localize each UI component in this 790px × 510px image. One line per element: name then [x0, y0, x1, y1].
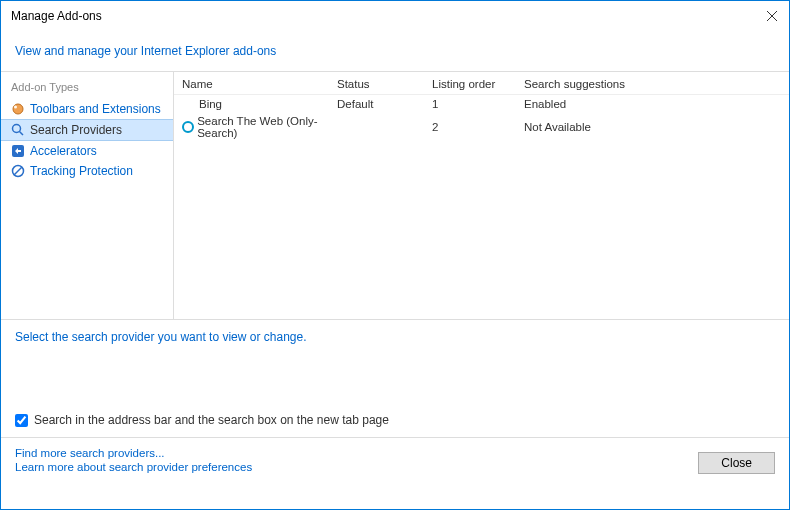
footer: Find more search providers... Learn more… — [1, 437, 789, 482]
blank-icon — [182, 97, 196, 111]
header-area: View and manage your Internet Explorer a… — [1, 31, 789, 71]
column-header-order[interactable]: Listing order — [432, 78, 524, 90]
row-suggestions: Enabled — [524, 98, 781, 110]
instruction-text: Select the search provider you want to v… — [1, 320, 789, 354]
svg-line-8 — [14, 167, 22, 175]
table-row[interactable]: Search The Web (Only-Search) 2 Not Avail… — [174, 113, 789, 141]
checkbox-row: Search in the address bar and the search… — [15, 413, 389, 427]
find-more-providers-link[interactable]: Find more search providers... — [15, 447, 252, 459]
search-addressbar-checkbox[interactable] — [15, 414, 28, 427]
learn-more-link[interactable]: Learn more about search provider prefere… — [15, 461, 252, 473]
column-header-name[interactable]: Name — [182, 78, 337, 90]
window-close-button[interactable] — [763, 7, 781, 25]
table-header: Name Status Listing order Search suggest… — [174, 72, 789, 95]
sidebar-item-accelerators[interactable]: Accelerators — [1, 141, 173, 161]
sidebar-item-search-providers[interactable]: Search Providers — [1, 119, 173, 141]
circle-icon — [182, 120, 194, 134]
row-name: Bing — [199, 98, 222, 110]
svg-point-3 — [14, 106, 17, 109]
sidebar-item-label: Tracking Protection — [30, 164, 133, 178]
svg-point-9 — [183, 122, 193, 132]
window-title: Manage Add-ons — [11, 9, 102, 23]
sidebar-item-label: Accelerators — [30, 144, 97, 158]
svg-point-4 — [13, 125, 21, 133]
main-area: Add-on Types Toolbars and Extensions Sea… — [1, 72, 789, 319]
close-button[interactable]: Close — [698, 452, 775, 474]
row-order: 2 — [432, 121, 524, 133]
titlebar: Manage Add-ons — [1, 1, 789, 31]
table-row[interactable]: Bing Default 1 Enabled — [174, 95, 789, 113]
row-order: 1 — [432, 98, 524, 110]
row-suggestions: Not Available — [524, 121, 781, 133]
bottom-panel: Select the search provider you want to v… — [1, 320, 789, 482]
column-header-status[interactable]: Status — [337, 78, 432, 90]
close-icon — [767, 11, 777, 21]
block-icon — [11, 164, 25, 178]
sidebar-item-label: Search Providers — [30, 123, 122, 137]
sidebar-item-label: Toolbars and Extensions — [30, 102, 161, 116]
checkbox-label: Search in the address bar and the search… — [34, 413, 389, 427]
sidebar-heading: Add-on Types — [1, 78, 173, 99]
content-panel: Name Status Listing order Search suggest… — [174, 72, 789, 319]
svg-point-2 — [13, 104, 23, 114]
svg-line-5 — [20, 132, 24, 136]
row-status: Default — [337, 98, 432, 110]
row-name: Search The Web (Only-Search) — [197, 115, 337, 139]
sidebar-item-tracking-protection[interactable]: Tracking Protection — [1, 161, 173, 181]
accelerator-icon — [11, 144, 25, 158]
sidebar: Add-on Types Toolbars and Extensions Sea… — [1, 72, 174, 319]
sidebar-item-toolbars[interactable]: Toolbars and Extensions — [1, 99, 173, 119]
search-icon — [11, 123, 25, 137]
puzzle-icon — [11, 102, 25, 116]
column-header-suggestions[interactable]: Search suggestions — [524, 78, 781, 90]
footer-links: Find more search providers... Learn more… — [15, 447, 252, 473]
header-description-link[interactable]: View and manage your Internet Explorer a… — [15, 44, 276, 58]
